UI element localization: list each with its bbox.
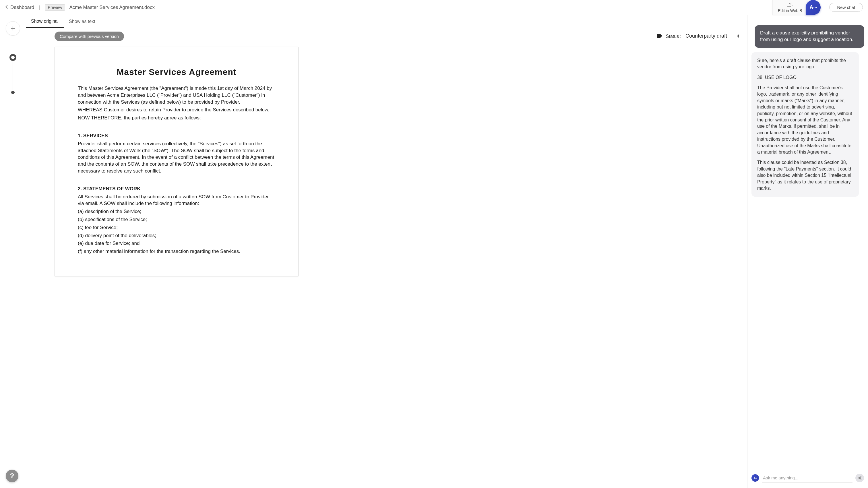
send-button[interactable] bbox=[856, 474, 864, 482]
dashboard-link[interactable]: Dashboard bbox=[10, 5, 34, 10]
chat-input-row: A• bbox=[747, 470, 868, 488]
compare-button[interactable]: Compare with previous version bbox=[55, 32, 124, 41]
timeline-node-prev[interactable] bbox=[11, 91, 14, 94]
status-label: Status : bbox=[666, 34, 681, 39]
document-scroll[interactable]: Master Services Agreement This Master Se… bbox=[26, 44, 747, 488]
left-gutter: + bbox=[0, 15, 26, 488]
help-button[interactable]: ? bbox=[6, 469, 19, 482]
tab-show-as-text[interactable]: Show as text bbox=[64, 16, 100, 28]
sec2-e: (e) due date for Service; and bbox=[78, 240, 275, 247]
edit-document-icon bbox=[787, 2, 793, 8]
sec2-title: 2. STATEMENTS OF WORK bbox=[78, 185, 275, 192]
svg-rect-0 bbox=[787, 2, 791, 7]
breadcrumb-divider: | bbox=[39, 5, 40, 10]
doc-intro-1: This Master Services Agreement (the "Agr… bbox=[78, 85, 275, 105]
doc-intro-2: WHEREAS Customer desires to retain Provi… bbox=[78, 106, 275, 113]
chat-input[interactable] bbox=[762, 473, 852, 483]
ai-logo-icon[interactable]: A••• bbox=[806, 0, 820, 15]
document-toolbar: Compare with previous version Status : C… bbox=[26, 29, 747, 44]
sec2-c: (c) fee for Service; bbox=[78, 224, 275, 231]
ai-p2: 38. USE OF LOGO bbox=[757, 74, 853, 81]
sec2-b: (b) specifications of the Service; bbox=[78, 216, 275, 223]
tab-show-original[interactable]: Show original bbox=[26, 16, 64, 28]
preview-chip: Preview bbox=[45, 4, 65, 11]
status-value: Counterparty draft bbox=[685, 33, 727, 39]
edit-in-web-button[interactable]: Edit in Web B bbox=[772, 0, 808, 14]
ai-p3: The Provider shall not use the Customer'… bbox=[757, 85, 853, 155]
sec2-d: (d) delivery point of the deliverables; bbox=[78, 232, 275, 239]
timeline-node-current[interactable] bbox=[9, 54, 17, 61]
back-chevron-icon[interactable] bbox=[5, 5, 8, 10]
user-message: Draft a clause explicitly prohibiting ve… bbox=[755, 25, 864, 48]
new-chat-button[interactable]: New chat bbox=[829, 3, 863, 12]
sort-icon: ▲▼ bbox=[737, 34, 740, 38]
top-bar: Dashboard | Preview Acme Master Services… bbox=[0, 0, 868, 15]
chat-body[interactable]: Draft a clause explicitly prohibiting ve… bbox=[747, 15, 868, 470]
sec1-body: Provider shall perform certain services … bbox=[78, 141, 275, 175]
add-button[interactable]: + bbox=[6, 21, 20, 36]
sec2-a: (a) description of the Service; bbox=[78, 208, 275, 215]
chat-panel: Draft a clause explicitly prohibiting ve… bbox=[747, 15, 868, 488]
sec2-f: (f) any other material information for t… bbox=[78, 248, 275, 255]
ai-message: Sure, here's a draft clause that prohibi… bbox=[751, 52, 859, 196]
main-area: + Show original Show as text Compare wit… bbox=[0, 15, 868, 488]
tag-icon bbox=[657, 34, 662, 39]
timeline-line bbox=[12, 61, 13, 90]
chat-avatar-icon: A• bbox=[751, 474, 759, 482]
doc-intro-3: NOW THEREFORE, the parties hereby agree … bbox=[78, 115, 275, 121]
status-group: Status : Counterparty draft ▲▼ bbox=[657, 32, 741, 41]
sec1-title: 1. SERVICES bbox=[78, 132, 275, 139]
ai-p4: This clause could be inserted as Section… bbox=[757, 159, 853, 191]
status-select[interactable]: Counterparty draft ▲▼ bbox=[684, 32, 741, 41]
document-column: Show original Show as text Compare with … bbox=[26, 15, 747, 488]
document-title: Acme Master Services Agreement.docx bbox=[69, 5, 155, 10]
document-page: Master Services Agreement This Master Se… bbox=[55, 47, 299, 276]
sec2-lead: All Services shall be ordered by submiss… bbox=[78, 193, 275, 207]
ai-p1: Sure, here's a draft clause that prohibi… bbox=[757, 57, 853, 70]
view-tabs: Show original Show as text bbox=[26, 15, 747, 29]
doc-heading: Master Services Agreement bbox=[78, 67, 275, 77]
edit-in-web-label: Edit in Web B bbox=[778, 8, 802, 13]
